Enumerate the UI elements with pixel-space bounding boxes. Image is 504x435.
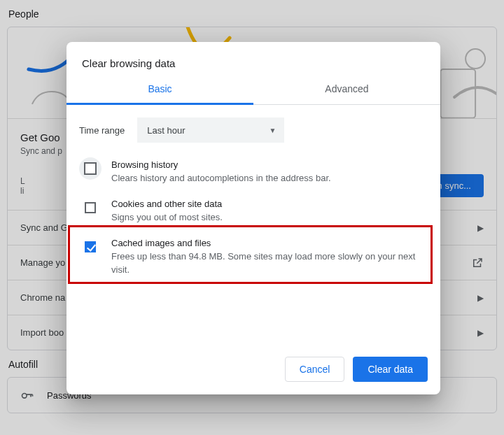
checkbox-cookies[interactable]: [85, 202, 96, 213]
section-heading-people: People: [7, 0, 497, 27]
row-label: Sync and G: [20, 222, 68, 233]
open-in-new-icon: [471, 257, 484, 269]
checkbox-wrapper: [79, 157, 102, 180]
clear-data-button[interactable]: Clear data: [353, 357, 428, 382]
option-cached-images[interactable]: Cached images and files Frees up less th…: [76, 231, 430, 283]
tab-advanced[interactable]: Advanced: [253, 75, 440, 104]
option-title: Browsing history: [111, 159, 331, 170]
checkbox-wrapper: [79, 197, 102, 219]
chevron-right-icon: ▶: [477, 328, 484, 338]
option-desc: Signs you out of most sites.: [111, 211, 223, 224]
options-list: Browsing history Clears history and auto…: [66, 148, 440, 344]
dialog-actions: Cancel Clear data: [66, 344, 440, 394]
option-desc: Clears history and autocompletions in th…: [111, 172, 331, 185]
checkbox-browsing-history[interactable]: [84, 162, 97, 175]
option-browsing-history[interactable]: Browsing history Clears history and auto…: [76, 152, 430, 192]
dialog-title: Clear browsing data: [66, 42, 440, 75]
cancel-button[interactable]: Cancel: [285, 357, 345, 382]
tab-basic[interactable]: Basic: [66, 75, 253, 105]
time-range-value: Last hour: [147, 125, 185, 136]
time-range-select[interactable]: Last hour ▼: [137, 117, 284, 143]
time-range-label: Time range: [79, 125, 125, 136]
option-desc: Frees up less than 94.8 MB. Some sites m…: [111, 250, 428, 276]
row-label: Manage yo: [20, 257, 65, 268]
key-icon: [20, 388, 34, 402]
chevron-right-icon: ▶: [477, 223, 484, 233]
option-title: Cookies and other site data: [111, 199, 223, 209]
checkbox-wrapper: [79, 236, 102, 258]
option-cookies[interactable]: Cookies and other site data Signs you ou…: [76, 192, 430, 231]
option-title: Cached images and files: [111, 238, 428, 248]
dialog-tabs: Basic Advanced: [66, 75, 440, 105]
turn-on-sync-text: L li: [20, 176, 25, 196]
time-range-row: Time range Last hour ▼: [66, 105, 440, 148]
svg-point-0: [465, 49, 485, 69]
caret-down-icon: ▼: [269, 127, 276, 134]
checkbox-cached-images[interactable]: [85, 241, 96, 252]
row-label: Import boo: [20, 327, 64, 338]
row-label: Chrome na: [20, 292, 65, 303]
chevron-right-icon: ▶: [477, 293, 484, 303]
svg-point-2: [22, 394, 27, 399]
clear-browsing-data-dialog: Clear browsing data Basic Advanced Time …: [66, 42, 440, 394]
